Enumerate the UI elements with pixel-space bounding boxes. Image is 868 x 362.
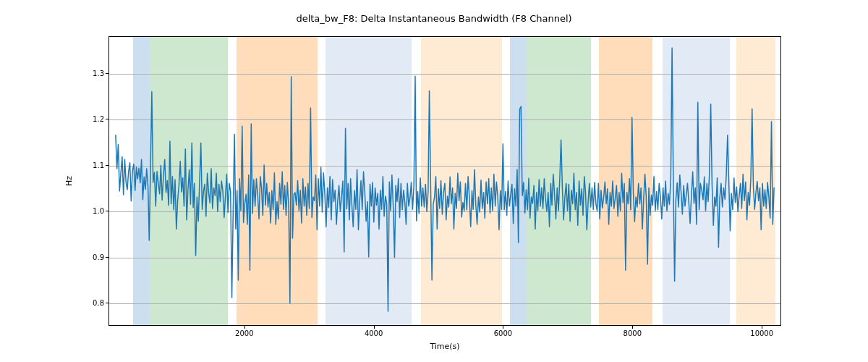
- x-tick-mark: [632, 326, 633, 329]
- x-tick-mark: [762, 326, 762, 329]
- x-tick-mark: [503, 326, 503, 329]
- y-tick-mark: [106, 257, 109, 258]
- x-tick-mark: [374, 326, 375, 329]
- axes: delta_bw_F8: Delta Instantaneous Bandwid…: [109, 36, 781, 326]
- y-tick-label: 0.8: [80, 299, 104, 307]
- x-tick-label: 6000: [481, 329, 524, 337]
- y-tick-label: 1.1: [80, 161, 104, 169]
- y-tick-label: 1.0: [80, 207, 104, 215]
- x-axis-label: Time(s): [109, 342, 781, 351]
- x-tick-label: 10000: [740, 329, 783, 337]
- y-tick-mark: [106, 303, 109, 303]
- y-tick-mark: [106, 211, 109, 211]
- figure: delta_bw_F8: Delta Instantaneous Bandwid…: [0, 0, 868, 362]
- y-tick-mark: [106, 73, 109, 74]
- x-tick-label: 2000: [223, 329, 266, 337]
- y-tick-mark: [106, 165, 109, 166]
- time-series-line: [109, 37, 780, 325]
- x-tick-label: 4000: [352, 329, 396, 337]
- plot-area: [109, 36, 781, 326]
- x-tick-label: 8000: [610, 329, 654, 337]
- y-tick-label: 1.2: [80, 115, 104, 123]
- chart-title: delta_bw_F8: Delta Instantaneous Bandwid…: [0, 13, 868, 24]
- y-tick-mark: [106, 119, 109, 119]
- y-tick-label: 0.9: [80, 253, 104, 261]
- y-axis-label: Hz: [64, 176, 74, 186]
- y-tick-label: 1.3: [80, 69, 104, 77]
- x-tick-mark: [244, 326, 245, 329]
